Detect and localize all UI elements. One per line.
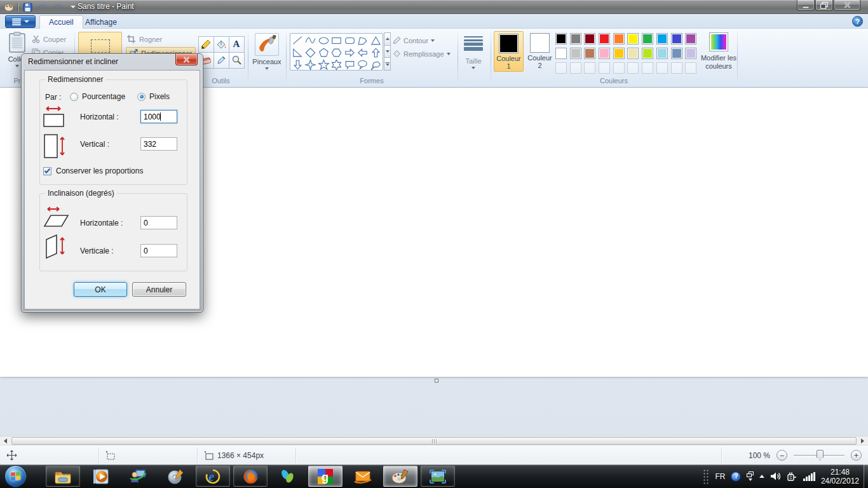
close-button[interactable] — [834, 0, 860, 11]
shape-star-6-button[interactable] — [330, 58, 344, 71]
palette-swatch-1-4[interactable] — [613, 33, 625, 44]
palette-swatch-2-2[interactable] — [584, 48, 595, 59]
zoom-out-button[interactable]: − — [776, 450, 787, 461]
horizontal-resize-field[interactable] — [140, 110, 177, 123]
palette-swatch-2-8[interactable] — [671, 48, 682, 59]
keep-proportions-checkbox[interactable]: Conserver les proportions — [43, 166, 143, 175]
shape-star-5-button[interactable] — [317, 58, 330, 71]
crop-button[interactable]: Rogner — [127, 35, 162, 43]
palette-swatch-1-9[interactable] — [685, 33, 696, 44]
start-button[interactable] — [4, 465, 27, 487]
shape-callout-rounded-button[interactable] — [343, 58, 356, 71]
taskbar-internet-explorer-button[interactable]: e — [196, 466, 230, 487]
fill-tool-button[interactable] — [214, 36, 229, 53]
palette-swatch-2-9[interactable] — [685, 48, 696, 59]
shape-curve-button[interactable] — [304, 34, 318, 46]
vertical-resize-field[interactable] — [140, 137, 177, 151]
shapes-scroll-down-button[interactable] — [384, 45, 391, 58]
palette-empty-slot-8[interactable] — [671, 62, 682, 74]
shape-arrow-up-button[interactable] — [369, 46, 383, 58]
shape-arrow-down-button[interactable] — [291, 58, 304, 71]
palette-swatch-2-7[interactable] — [656, 48, 668, 59]
edit-colors-button[interactable]: Modifier les couleurs — [698, 32, 740, 71]
shape-arrow-left-button[interactable] — [356, 46, 370, 58]
palette-empty-slot-0[interactable] — [555, 62, 567, 74]
tab-affichage[interactable]: Affichage — [76, 15, 126, 29]
shape-hexagon-button[interactable] — [330, 46, 344, 58]
palette-swatch-1-1[interactable] — [570, 33, 581, 44]
undo-button[interactable] — [36, 1, 49, 13]
shape-right-triangle-button[interactable] — [291, 46, 304, 58]
ok-button[interactable]: OK — [74, 282, 127, 297]
pixels-radio-circle[interactable] — [137, 93, 146, 101]
scrollbar-thumb[interactable] — [11, 437, 857, 445]
shape-star-4-button[interactable] — [304, 58, 318, 71]
shape-rectangle-button[interactable] — [330, 34, 344, 46]
language-indicator[interactable]: FR — [715, 472, 725, 481]
palette-swatch-1-3[interactable] — [599, 33, 610, 44]
palette-empty-slot-7[interactable] — [656, 62, 668, 74]
shape-diamond-button[interactable] — [304, 46, 318, 58]
file-menu-button[interactable] — [5, 15, 36, 28]
power-plug-icon[interactable] — [787, 471, 797, 482]
redo-button[interactable] — [51, 1, 64, 13]
palette-empty-slot-5[interactable] — [627, 62, 639, 74]
palette-empty-slot-2[interactable] — [584, 62, 595, 74]
brushes-button[interactable]: Pinceaux — [251, 32, 283, 82]
shape-triangle-button[interactable] — [369, 34, 383, 46]
taskbar-firefox-button[interactable] — [233, 466, 268, 487]
shape-rounded-rectangle-button[interactable] — [343, 34, 356, 46]
network-signal-icon[interactable] — [803, 472, 815, 481]
color2-button[interactable]: Couleur 2 — [525, 31, 555, 72]
pencil-tool-button[interactable] — [198, 36, 214, 53]
pixels-radio[interactable]: Pixels — [137, 92, 170, 101]
show-hidden-icons-button[interactable] — [759, 475, 764, 478]
show-desktop-button[interactable] — [864, 464, 868, 488]
percent-radio-circle[interactable] — [70, 93, 78, 101]
checkbox-box[interactable] — [43, 167, 51, 175]
taskbar-explorer-button[interactable] — [46, 466, 80, 487]
palette-swatch-2-6[interactable] — [642, 48, 653, 59]
canvas-resize-handle[interactable] — [435, 379, 438, 383]
cancel-button[interactable]: Annuler — [132, 282, 186, 297]
taskbar-paint-button[interactable] — [383, 466, 417, 487]
palette-swatch-2-4[interactable] — [613, 48, 625, 59]
shape-line-button[interactable] — [291, 34, 304, 46]
color-picker-tool-button[interactable] — [214, 52, 229, 69]
palette-empty-slot-9[interactable] — [685, 62, 696, 74]
taskbar-google-button[interactable]: g — [308, 466, 342, 487]
palette-swatch-1-8[interactable] — [671, 33, 682, 44]
scroll-right-button[interactable] — [857, 437, 868, 445]
scroll-left-button[interactable] — [0, 437, 11, 445]
shape-callout-oval-button[interactable] — [356, 58, 370, 71]
palette-swatch-2-5[interactable] — [627, 48, 639, 59]
text-tool-button[interactable]: A — [229, 36, 245, 53]
shape-polygon-button[interactable] — [356, 34, 370, 46]
size-button[interactable]: Taille — [459, 32, 488, 82]
taskbar-msn-button[interactable] — [271, 466, 305, 487]
minimize-button[interactable] — [797, 0, 815, 11]
shape-pentagon-button[interactable] — [317, 46, 330, 58]
palette-swatch-1-6[interactable] — [642, 33, 653, 44]
shapes-scroll-up-button[interactable] — [384, 32, 391, 46]
shape-ellipse-button[interactable] — [317, 34, 330, 46]
magnifier-tool-button[interactable] — [229, 52, 245, 69]
dialog-close-button[interactable] — [175, 54, 198, 65]
shapes-more-button[interactable] — [384, 57, 391, 71]
palette-swatch-1-7[interactable] — [656, 33, 668, 44]
taskbar-messenger-button[interactable] — [121, 466, 155, 487]
help-tray-icon[interactable]: ? — [731, 471, 741, 482]
restore-button[interactable] — [815, 0, 833, 11]
shape-arrow-right-button[interactable] — [343, 46, 356, 58]
save-button[interactable] — [21, 1, 34, 13]
cut-button[interactable]: Couper — [32, 35, 66, 43]
color1-button[interactable]: Couleur 1 — [494, 31, 524, 72]
palette-empty-slot-3[interactable] — [599, 62, 610, 74]
taskbar-photo-viewer-button[interactable] — [421, 466, 455, 487]
palette-swatch-2-0[interactable] — [555, 48, 567, 59]
taskbar-disc-burner-button[interactable] — [158, 466, 193, 487]
palette-swatch-1-0[interactable] — [555, 33, 567, 44]
taskbar-orange-mail-button[interactable] — [346, 466, 380, 487]
zoom-in-button[interactable]: + — [851, 450, 862, 461]
palette-swatch-1-5[interactable] — [627, 33, 639, 44]
